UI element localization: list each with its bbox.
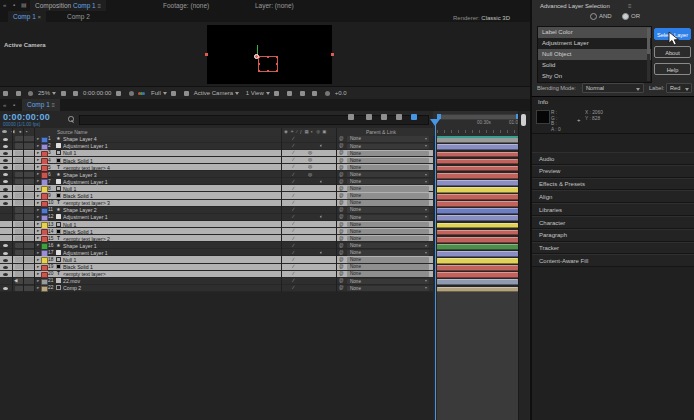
layer-name[interactable]: Black Solid 1 (63, 264, 93, 270)
layer-name[interactable]: Shape Layer 3 (63, 172, 97, 178)
label-color-select[interactable]: Red (666, 83, 692, 93)
flowchart-icon[interactable] (312, 91, 317, 96)
layer-row[interactable]: ▸14Black Solid 1∕@None (0, 228, 433, 235)
expand-arrow-icon[interactable]: ▸ (37, 171, 39, 176)
layer-duration-bar[interactable] (437, 257, 518, 264)
layer-name[interactable]: Adjustment Layer 1 (63, 143, 108, 149)
sidebar-panel-paragraph[interactable]: Paragraph (532, 229, 694, 242)
layer-name[interactable]: 22.mov (63, 278, 80, 284)
layer-row[interactable]: ▸22Comp 2∕@None (0, 285, 433, 292)
layer-row[interactable]: ▸1★Shape Layer 4∕@None (0, 136, 433, 143)
expand-arrow-icon[interactable]: ▸ (37, 150, 39, 155)
expand-arrow-icon[interactable]: ▸ (37, 157, 39, 162)
criteria-listbox[interactable]: Label ColorAdjustment LayerNull ObjectSo… (537, 26, 652, 83)
layer-row[interactable]: ▸3Null 1∕◎@None (0, 150, 433, 157)
expand-arrow-icon[interactable]: ▸ (37, 207, 39, 212)
quality-switch-icon[interactable]: ∕ (293, 221, 294, 226)
quality-switch-icon[interactable]: ∕ (293, 193, 294, 198)
region-of-interest-icon[interactable] (171, 91, 176, 96)
layer-duration-bar[interactable] (437, 265, 518, 272)
sidebar-panel-content-aware-fill[interactable]: Content-Aware Fill (532, 254, 694, 267)
layer-row[interactable]: ▸5T<empty text layer> 4∕◎@None (0, 164, 433, 171)
parent-select[interactable]: None (347, 186, 429, 191)
expand-arrow-icon[interactable]: ▸ (37, 214, 39, 219)
quality-switch-icon[interactable]: ∕ (293, 179, 294, 184)
parent-select[interactable]: None (347, 271, 429, 276)
hand-tool-icon[interactable] (28, 91, 33, 96)
pick-whip-icon[interactable]: @ (339, 150, 344, 155)
expand-arrow-icon[interactable]: ▸ (37, 136, 39, 141)
parent-select[interactable]: None (347, 151, 429, 156)
visibility-eye-icon[interactable] (3, 180, 8, 183)
current-time-indicator-handle[interactable] (430, 119, 440, 126)
layer-duration-bar[interactable] (437, 250, 518, 257)
current-timecode[interactable]: 0:00:00:00 (3, 112, 50, 122)
parent-select[interactable]: None (347, 279, 429, 284)
layer-name[interactable]: Shape Layer 1 (63, 243, 97, 249)
about-button[interactable]: About (654, 46, 691, 58)
view-layout-select[interactable]: 1 View (246, 90, 264, 96)
expand-arrow-icon[interactable]: ▸ (37, 143, 39, 148)
quality-switch-icon[interactable]: ∕ (293, 150, 294, 155)
parent-select[interactable]: None (347, 136, 429, 141)
visibility-eye-icon[interactable] (3, 252, 8, 255)
layer-name[interactable]: Black Solid 1 (63, 158, 93, 164)
expand-arrow-icon[interactable]: ▸ (37, 271, 39, 276)
parent-select[interactable]: None (347, 144, 429, 149)
layer-name[interactable]: Null 1 (63, 257, 76, 263)
parent-select[interactable]: None (347, 222, 429, 227)
quality-switch-icon[interactable]: ∕ (293, 250, 294, 255)
layer-row[interactable]: ▸6★Shape Layer 3∕◎@None (0, 171, 433, 178)
panel-lock-icon[interactable]: ▤ (21, 0, 27, 11)
layer-row[interactable]: ▸8Null 1∕@None (0, 185, 433, 192)
quality-switch-icon[interactable]: ∕ (293, 172, 294, 177)
quality-switch-icon[interactable]: ∕ (293, 264, 294, 269)
visibility-eye-icon[interactable] (3, 287, 8, 290)
quality-switch-icon[interactable]: ∕ (293, 164, 294, 169)
pixel-aspect-icon[interactable] (287, 91, 292, 96)
layer-duration-bar[interactable] (437, 222, 518, 229)
adjustment-switch-icon[interactable]: ◐ (320, 250, 323, 255)
panel-menu-icon[interactable]: ≡ (98, 3, 102, 9)
listbox-scrollbar[interactable] (647, 28, 650, 81)
pick-whip-icon[interactable]: @ (339, 278, 344, 283)
sidebar-panel-preview[interactable]: Preview (532, 165, 694, 178)
pick-whip-icon[interactable]: @ (339, 271, 344, 276)
channels-icon[interactable] (138, 90, 145, 96)
visibility-eye-icon[interactable] (3, 152, 8, 155)
adjustment-switch-icon[interactable]: ◐ (320, 214, 323, 219)
expand-arrow-icon[interactable]: ▸ (37, 221, 39, 226)
quality-switch-icon[interactable]: ∕ (293, 214, 294, 219)
parent-select[interactable]: None (347, 165, 429, 170)
pick-whip-icon[interactable]: @ (339, 250, 344, 255)
layer-row[interactable]: ▸12Adjustment Layer 1∕◐@None (0, 214, 433, 221)
frame-blending-icon[interactable] (381, 114, 387, 120)
composition-viewer[interactable]: Active Camera Renderer: Classic 3D (0, 22, 530, 86)
panel-grid-icon[interactable]: ▪ (13, 0, 15, 11)
info-panel-title[interactable]: Info (538, 99, 548, 105)
tab-footage[interactable]: Footage: (none) (158, 0, 214, 11)
show-snapshot-icon[interactable] (129, 91, 134, 96)
visibility-eye-icon[interactable] (3, 259, 8, 262)
layer-name[interactable]: <empty text layer> 2 (63, 236, 110, 242)
layer-duration-bar[interactable] (437, 137, 518, 144)
criteria-option[interactable]: Null Object (538, 49, 651, 60)
expand-arrow-icon[interactable]: ▸ (37, 186, 39, 191)
layer-name[interactable]: <empty text layer> 4 (63, 165, 110, 171)
motion-blur-switch-icon[interactable]: ◎ (308, 172, 312, 177)
parent-select[interactable]: None (347, 257, 429, 262)
expand-arrow-icon[interactable]: ▸ (37, 278, 39, 283)
layer-handle-left[interactable] (205, 53, 208, 56)
quality-switch-icon[interactable]: ∕ (293, 257, 294, 262)
expand-arrow-icon[interactable]: ▸ (37, 228, 39, 233)
parent-link-header[interactable]: Parent & Link (366, 129, 396, 135)
exposure-gear-icon[interactable] (325, 91, 330, 96)
pick-whip-icon[interactable]: @ (339, 285, 344, 290)
criteria-option[interactable]: Solid (538, 60, 651, 71)
quality-switch-icon[interactable]: ∕ (293, 243, 294, 248)
layer-name[interactable]: Comp 2 (63, 285, 81, 291)
layer-duration-bar[interactable] (437, 279, 518, 286)
pick-whip-icon[interactable]: @ (339, 229, 344, 234)
zoom-level-select[interactable]: 25% (38, 90, 50, 96)
layer-name[interactable]: Black Solid 1 (63, 229, 93, 235)
